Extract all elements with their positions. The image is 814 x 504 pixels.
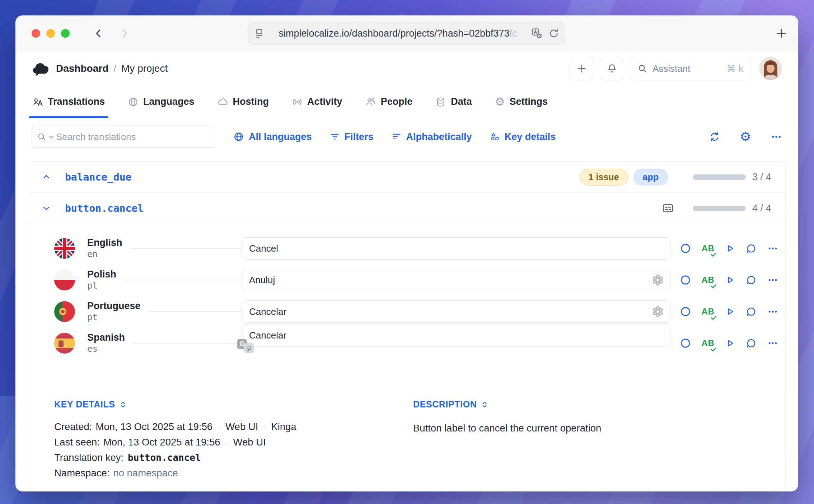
flag-icon-pl	[54, 270, 75, 290]
zoom-window-button[interactable]	[61, 29, 70, 38]
issue-badge[interactable]: 1 issue	[580, 169, 628, 186]
key-details-heading-label: KEY DETAILS	[54, 399, 115, 410]
translation-input-es[interactable]	[242, 324, 670, 346]
breadcrumb-separator: /	[113, 63, 116, 74]
comment-icon[interactable]	[745, 243, 757, 254]
tab-translations[interactable]: Translations	[32, 86, 105, 118]
page-settings-icon[interactable]	[254, 28, 265, 39]
status-circle-icon[interactable]	[680, 337, 691, 349]
connector-line	[124, 280, 242, 280]
app-header: Dashboard / My project Assistant ⌘ k	[15, 51, 798, 86]
flag-icon-gb	[54, 238, 75, 259]
search-scope-chevron-icon[interactable]	[49, 135, 54, 139]
key-name[interactable]: balance_due	[65, 171, 131, 183]
new-tab-button[interactable]	[775, 27, 787, 39]
alphabetically-label: Alphabetically	[406, 131, 472, 143]
tab-label: People	[381, 96, 413, 107]
comment-icon[interactable]	[745, 306, 757, 317]
search-translations-box[interactable]	[32, 126, 215, 148]
spellcheck-icon[interactable]: AB	[702, 275, 715, 285]
tab-people[interactable]: People	[365, 86, 413, 118]
play-icon[interactable]	[725, 338, 735, 349]
translation-row-spanish: Spanish es G AB	[28, 327, 785, 359]
settings-gear-button[interactable]: ⚙	[740, 130, 751, 143]
openai-icon	[650, 272, 665, 288]
created-line: Created: Mon, 13 Oct 2025 at 19:56 · Web…	[54, 421, 413, 437]
expand-chevron-down-icon[interactable]	[39, 201, 53, 215]
tab-label: Hosting	[233, 96, 269, 107]
window-controls	[32, 29, 70, 38]
google-translate-icon: G	[237, 339, 254, 354]
more-options-icon[interactable]	[767, 243, 778, 254]
breadcrumb-dashboard[interactable]: Dashboard	[56, 63, 108, 74]
gear-icon: ⚙	[495, 96, 505, 107]
translation-row-polish: Polish pl AB	[28, 264, 785, 296]
globe-icon	[128, 97, 139, 107]
connector-line	[133, 343, 242, 344]
translation-input-pl[interactable]	[242, 269, 670, 291]
spellcheck-icon[interactable]: AB	[702, 307, 715, 317]
address-bar[interactable]: simplelocalize.io/dashboard/projects/?ha…	[248, 22, 565, 45]
key-row-balance-due: balance_due 1 issue app 3 / 4	[28, 162, 785, 193]
more-options-icon[interactable]	[767, 275, 778, 285]
last-seen-line: Last seen: Mon, 13 Oct 2025 at 19:56 · W…	[54, 437, 413, 452]
spellcheck-icon[interactable]: AB	[702, 243, 715, 253]
simplelocalize-logo-icon[interactable]	[32, 60, 49, 77]
comment-icon[interactable]	[745, 337, 757, 349]
sort-alphabetically-button[interactable]: Alphabetically	[392, 131, 472, 143]
flashcard-icon[interactable]	[662, 202, 674, 214]
activity-icon	[292, 97, 303, 107]
close-window-button[interactable]	[32, 29, 40, 38]
comment-icon[interactable]	[745, 274, 757, 286]
tab-hosting[interactable]: Hosting	[217, 86, 269, 118]
search-translations-input[interactable]	[56, 131, 210, 143]
play-icon[interactable]	[725, 243, 735, 254]
language-name: Portuguese	[87, 300, 141, 312]
status-circle-icon[interactable]	[680, 243, 691, 254]
key-name[interactable]: button.cancel	[65, 202, 144, 214]
play-icon[interactable]	[725, 275, 735, 285]
translation-row-english: English en AB	[28, 233, 785, 264]
more-options-icon[interactable]	[767, 306, 778, 317]
status-circle-icon[interactable]	[680, 274, 691, 286]
breadcrumb-project[interactable]: My project	[121, 63, 168, 74]
all-languages-button[interactable]: All languages	[233, 131, 312, 143]
tab-activity[interactable]: Activity	[292, 86, 342, 118]
cloud-icon	[217, 97, 228, 107]
back-button[interactable]	[93, 28, 104, 39]
translate-icon	[32, 97, 43, 107]
description-text: Button label to cancel the current opera…	[413, 423, 601, 434]
tab-settings[interactable]: ⚙ Settings	[495, 86, 548, 118]
updown-chevron-icon	[480, 400, 489, 409]
forward-button[interactable]	[119, 28, 130, 39]
more-options-icon[interactable]	[767, 338, 778, 349]
translate-page-icon[interactable]	[531, 28, 543, 39]
progress-label: 4 / 4	[752, 203, 778, 214]
refresh-button[interactable]	[709, 131, 720, 143]
filter-toolbar: All languages Filters Alphabetically Key…	[15, 118, 798, 155]
tab-languages[interactable]: Languages	[128, 86, 195, 118]
spellcheck-icon[interactable]: AB	[702, 338, 715, 348]
key-details-button[interactable]: Key details	[490, 131, 556, 143]
add-button[interactable]	[570, 57, 594, 80]
more-options-button[interactable]	[771, 131, 782, 143]
filters-button[interactable]: Filters	[330, 131, 374, 143]
status-circle-icon[interactable]	[680, 306, 691, 317]
collapse-chevron-up-icon[interactable]	[39, 170, 53, 184]
key-details-heading[interactable]: KEY DETAILS	[54, 399, 413, 410]
tab-data[interactable]: Data	[435, 86, 472, 118]
play-icon[interactable]	[725, 306, 735, 317]
assistant-search[interactable]: Assistant ⌘ k	[630, 57, 751, 80]
user-avatar[interactable]	[759, 57, 782, 80]
updown-chevron-icon	[119, 400, 127, 409]
description-heading[interactable]: DESCRIPTION	[413, 399, 601, 410]
translation-input-pt[interactable]	[242, 300, 670, 323]
reload-icon[interactable]	[548, 28, 559, 39]
globe-icon	[233, 131, 244, 142]
key-row-button-cancel: button.cancel 4 / 4	[28, 193, 785, 224]
filters-label: Filters	[345, 131, 374, 143]
tag-badge[interactable]: app	[633, 169, 668, 186]
minimize-window-button[interactable]	[46, 29, 55, 38]
translation-input-en[interactable]	[242, 237, 670, 260]
notifications-button[interactable]	[600, 57, 624, 80]
